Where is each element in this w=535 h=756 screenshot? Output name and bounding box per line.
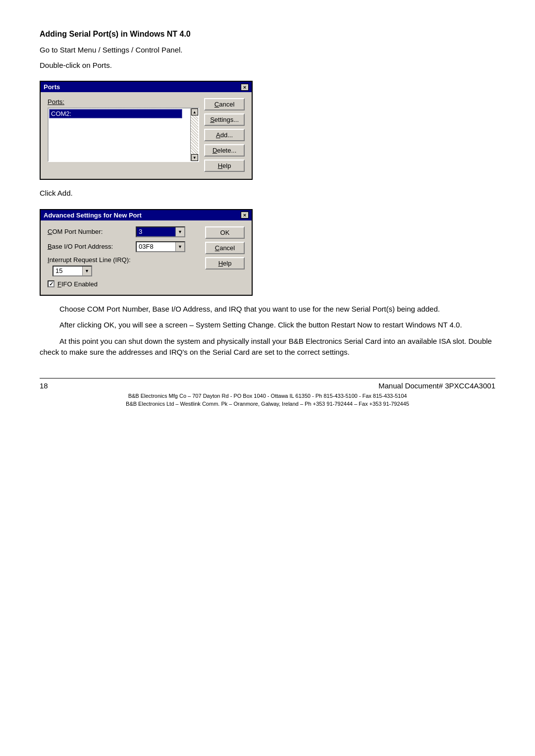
click-add-instruction: Click Add. <box>40 188 495 199</box>
ports-add-button[interactable]: Add... <box>204 129 245 141</box>
instruction-2: Double-click on Ports. <box>40 60 495 71</box>
footer-line2: B&B Electronics Ltd – Westlink Comm. Pk … <box>40 400 495 408</box>
base-io-label: Base I/O Port Address: <box>48 243 132 250</box>
advanced-dialog-title: Advanced Settings for New Port <box>44 212 142 219</box>
fifo-label: FIFO Enabled <box>57 280 98 288</box>
com-port-value: 3 <box>137 227 175 236</box>
irq-dropdown[interactable]: 15 ▼ <box>53 266 92 276</box>
ports-dialog-close[interactable]: × <box>241 84 249 91</box>
paragraph-1: Choose COM Port Number, Base I/O Address… <box>40 304 495 315</box>
advanced-dialog-body: COM Port Number: 3 ▼ Base I/O Port Addre… <box>41 220 252 295</box>
instruction-1: Go to Start Menu / Settings / Control Pa… <box>40 45 495 56</box>
base-io-row: Base I/O Port Address: 03F8 ▼ <box>48 241 200 252</box>
base-io-value: 03F8 <box>137 242 175 251</box>
advanced-ok-button[interactable]: OK <box>205 226 245 239</box>
ports-scrollbar: ▲ ▼ <box>190 108 198 161</box>
footer-small: B&B Electronics Mfg Co – 707 Dayton Rd -… <box>40 392 495 408</box>
advanced-dialog-titlebar: Advanced Settings for New Port × <box>41 210 252 220</box>
irq-value: 15 <box>54 267 82 275</box>
base-io-dropdown[interactable]: 03F8 ▼ <box>136 241 185 252</box>
paragraph-2: After clicking OK, you will see a screen… <box>40 320 495 331</box>
advanced-dialog: Advanced Settings for New Port × COM Por… <box>40 209 253 296</box>
paragraph-3: At this point you can shut down the syst… <box>40 336 495 358</box>
com-port-dropdown[interactable]: 3 ▼ <box>136 226 185 237</box>
fifo-checkbox[interactable]: ✓ <box>48 280 54 287</box>
ports-selected-item[interactable]: COM2: <box>49 109 182 118</box>
advanced-cancel-button[interactable]: Cancel <box>205 242 245 254</box>
advanced-help-button[interactable]: Help <box>205 257 245 270</box>
ports-settings-button[interactable]: Settings... <box>204 113 245 126</box>
com-port-dropdown-arrow[interactable]: ▼ <box>175 227 184 236</box>
ports-label: Ports: <box>48 98 199 106</box>
advanced-dialog-columns: COM Port Number: 3 ▼ Base I/O Port Addre… <box>48 226 245 288</box>
ports-cancel-button[interactable]: Cancel <box>204 98 245 110</box>
scrollbar-down-arrow[interactable]: ▼ <box>191 154 198 161</box>
advanced-dialog-left: COM Port Number: 3 ▼ Base I/O Port Addre… <box>48 226 200 288</box>
ports-dialog-buttons: Cancel Settings... Add... Delete... Help <box>204 98 245 172</box>
ports-dialog: Ports × Ports: COM2: ▲ ▼ Cancel Settings… <box>40 81 253 180</box>
irq-label: Interrupt Request Line (IRQ): <box>48 256 200 264</box>
section-title: Adding Serial Port(s) in Windows NT 4.0 <box>40 30 495 39</box>
ports-dialog-body: Ports: COM2: ▲ ▼ Cancel Settings... Add.… <box>41 92 252 179</box>
ports-dialog-title: Ports <box>44 83 60 91</box>
ports-label-rest: orts: <box>52 98 64 106</box>
com-port-label: COM Port Number: <box>48 228 132 235</box>
scrollbar-track <box>191 115 198 154</box>
footer-page-number: 18 <box>40 381 48 390</box>
fifo-row: ✓ FIFO Enabled <box>48 280 200 288</box>
ports-dialog-left: Ports: COM2: ▲ ▼ <box>48 98 199 172</box>
footer-main: 18 Manual Document# 3PXCC4A3001 <box>40 381 495 390</box>
advanced-dialog-close[interactable]: × <box>241 212 249 218</box>
ports-dialog-titlebar: Ports × <box>41 82 252 92</box>
footer-doc-number: Manual Document# 3PXCC4A3001 <box>378 381 495 390</box>
com-port-row: COM Port Number: 3 ▼ <box>48 226 200 237</box>
ports-listbox[interactable]: COM2: ▲ ▼ <box>48 108 199 162</box>
advanced-dialog-buttons: OK Cancel Help <box>205 226 245 288</box>
base-io-dropdown-arrow[interactable]: ▼ <box>175 242 184 251</box>
scrollbar-up-arrow[interactable]: ▲ <box>191 108 198 115</box>
footer: 18 Manual Document# 3PXCC4A3001 B&B Elec… <box>40 378 495 411</box>
irq-row: Interrupt Request Line (IRQ): 15 ▼ <box>48 256 200 276</box>
footer-line1: B&B Electronics Mfg Co – 707 Dayton Rd -… <box>40 392 495 400</box>
ports-help-button[interactable]: Help <box>204 160 245 172</box>
ports-label-p: P <box>48 98 52 106</box>
irq-dropdown-arrow[interactable]: ▼ <box>82 267 91 275</box>
ports-delete-button[interactable]: Delete... <box>204 144 245 157</box>
